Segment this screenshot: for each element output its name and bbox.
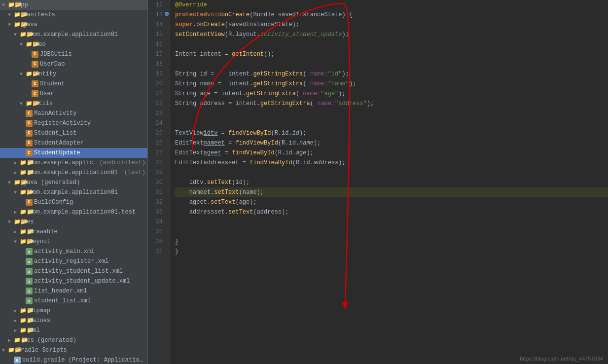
code-line: addressset.setText(address);	[175, 207, 608, 217]
file-tree[interactable]: 📂app📂manifests📂java📂com.example.applicat…	[0, 0, 148, 364]
tree-item-label: Gradle Scripts	[17, 347, 145, 354]
line-number: 37	[148, 247, 166, 256]
sidebar-item-Gradle Scripts[interactable]: 📂Gradle Scripts	[0, 345, 147, 355]
breakpoint-indicator	[165, 12, 169, 16]
sidebar-item-StudentAdapter[interactable]: CStudentAdapter	[0, 138, 147, 148]
line-number: 13	[148, 10, 166, 20]
sidebar-item-activity_student_list.xml[interactable]: xactivity_student_list.xml	[0, 266, 147, 276]
line-numbers: 1213141516171819202122232425262728293031…	[148, 0, 170, 364]
line-number: 18	[148, 59, 166, 69]
code-line	[175, 59, 608, 69]
tree-arrow	[14, 190, 20, 195]
tree-item-label: student_list.xml	[34, 297, 145, 304]
folder-icon: 📂	[14, 11, 22, 19]
folder-icon: 📂	[20, 31, 28, 38]
code-editor: 1213141516171819202122232425262728293031…	[148, 0, 608, 364]
sidebar-item-manifests[interactable]: 📂manifests	[0, 10, 147, 20]
code-line: setContentView(R.layout.activity_student…	[175, 30, 608, 39]
folder-icon: 📁	[20, 208, 28, 216]
java-class-icon: C	[32, 51, 38, 58]
sidebar-item-BuildConfig[interactable]: CBuildConfig	[0, 197, 147, 207]
line-number: 30	[148, 178, 166, 187]
sidebar-item-JDBCUtils[interactable]: CJDBCUtils	[0, 49, 147, 59]
tree-item-label: drawable	[29, 228, 145, 235]
code-line: protected void onCreate(Bundle savedInst…	[175, 10, 608, 20]
code-line: EditText addressset = findViewById(R.id.…	[175, 158, 608, 168]
sidebar-item-values[interactable]: 📁values	[0, 316, 147, 326]
xml-file-icon: x	[26, 278, 33, 285]
tree-item-label: UserDao	[40, 61, 145, 68]
sidebar-item-entity[interactable]: 📂entity	[0, 69, 147, 79]
sidebar-item-Student[interactable]: CStudent	[0, 79, 147, 89]
sidebar-item-activity_register.xml[interactable]: xactivity_register.xml	[0, 256, 147, 266]
tree-item-suffix: (test)	[124, 169, 145, 176]
folder-icon: 📁	[20, 327, 28, 334]
sidebar-item-xml[interactable]: 📁xml	[0, 326, 147, 335]
code-content: @Overrideprotected void onCreate(Bundle …	[170, 0, 608, 364]
line-number: 12	[148, 0, 166, 10]
tree-arrow	[14, 209, 20, 215]
line-number: 28	[148, 158, 166, 168]
sidebar-item-mipmap[interactable]: 📁mipmap	[0, 306, 147, 316]
sidebar-item-java[interactable]: 📂java	[0, 20, 147, 30]
java-class-icon: C	[32, 80, 38, 87]
tree-arrow	[8, 337, 14, 343]
tree-item-label: build.gradle (Project: Application01)	[22, 357, 145, 364]
sidebar-item-layout[interactable]: 📂layout	[0, 237, 147, 247]
tree-item-label: StudentUpdate	[34, 149, 145, 156]
sidebar-item-MainActivity[interactable]: CMainActivity	[0, 109, 147, 118]
sidebar-item-RegisterActivity[interactable]: CRegisterActivity	[0, 118, 147, 128]
sidebar-item-com.example.application01[interactable]: 📂com.example.application01	[0, 30, 147, 39]
tree-arrow	[14, 318, 20, 324]
code-line	[175, 168, 608, 178]
sidebar-item-drawable[interactable]: 📁drawable	[0, 227, 147, 237]
sidebar-item-activity_student_update.xml[interactable]: xactivity_student_update.xml	[0, 276, 147, 286]
java-class-icon: C	[26, 140, 33, 146]
sidebar-item-app[interactable]: 📂app	[0, 0, 147, 10]
line-number: 15	[148, 30, 166, 39]
folder-icon: 📂	[14, 218, 22, 226]
sidebar-item-res[interactable]: 📂res	[0, 217, 147, 227]
sidebar-item-Student_List[interactable]: CStudent_List	[0, 128, 147, 138]
line-number: 24	[148, 118, 166, 128]
sidebar-item-activity_main.xml[interactable]: xactivity_main.xml	[0, 247, 147, 256]
line-number: 22	[148, 99, 166, 109]
line-number: 19	[148, 69, 166, 79]
tree-item-label: activity_student_list.xml	[34, 268, 145, 275]
code-line: @Override	[175, 0, 608, 10]
sidebar-item-com.example.application01.test2[interactable]: 📁com.example.application01.test	[0, 207, 147, 217]
tree-item-label: RegisterActivity	[34, 120, 145, 127]
sidebar-item-res-generated[interactable]: 📁res (generated)	[0, 335, 147, 345]
code-line: Intent intent = getIntent();	[175, 49, 608, 59]
code-line	[175, 118, 608, 128]
sidebar-item-build.gradle[interactable]: Gbuild.gradle (Project: Application01)	[0, 355, 147, 364]
sidebar-item-StudentUpdate[interactable]: CStudentUpdate	[0, 148, 147, 158]
tree-arrow	[14, 239, 20, 245]
line-number: 29	[148, 168, 166, 178]
sidebar-item-User[interactable]: CUser	[0, 89, 147, 99]
sidebar-item-list_header.xml[interactable]: xlist_header.xml	[0, 286, 147, 296]
tree-item-label: activity_student_update.xml	[34, 278, 145, 285]
tree-item-label: res (generated)	[23, 337, 145, 344]
sidebar-item-com.example.application01.gen[interactable]: 📂com.example.application01	[0, 187, 147, 197]
sidebar-item-java-generated[interactable]: 📂java (generated)	[0, 178, 147, 187]
xml-file-icon: x	[26, 297, 33, 304]
tree-item-label: JDBCUtils	[40, 51, 145, 58]
sidebar-item-utils[interactable]: 📂utils	[0, 99, 147, 109]
watermark: https://blog.csdn.net/qq_44757034	[520, 356, 603, 362]
tree-item-label: app	[17, 1, 145, 8]
tree-arrow	[14, 328, 20, 333]
tree-item-label: mipmap	[29, 307, 145, 314]
tree-arrow	[8, 22, 14, 28]
java-class-icon: C	[26, 110, 33, 117]
sidebar-item-UserDao[interactable]: CUserDao	[0, 59, 147, 69]
folder-icon: 📂	[14, 179, 22, 186]
xml-file-icon: x	[26, 288, 33, 294]
sidebar-item-com.example.application01.androidTest[interactable]: 📁com.example.application01 (androidTest)	[0, 158, 147, 168]
line-number: 16	[148, 39, 166, 49]
folder-icon: 📁	[14, 336, 22, 344]
tree-arrow	[2, 2, 8, 8]
sidebar-item-com.example.application01.test[interactable]: 📁com.example.application01 (test)	[0, 168, 147, 178]
sidebar-item-dao[interactable]: 📂dao	[0, 39, 147, 49]
sidebar-item-student_list.xml[interactable]: xstudent_list.xml	[0, 296, 147, 306]
